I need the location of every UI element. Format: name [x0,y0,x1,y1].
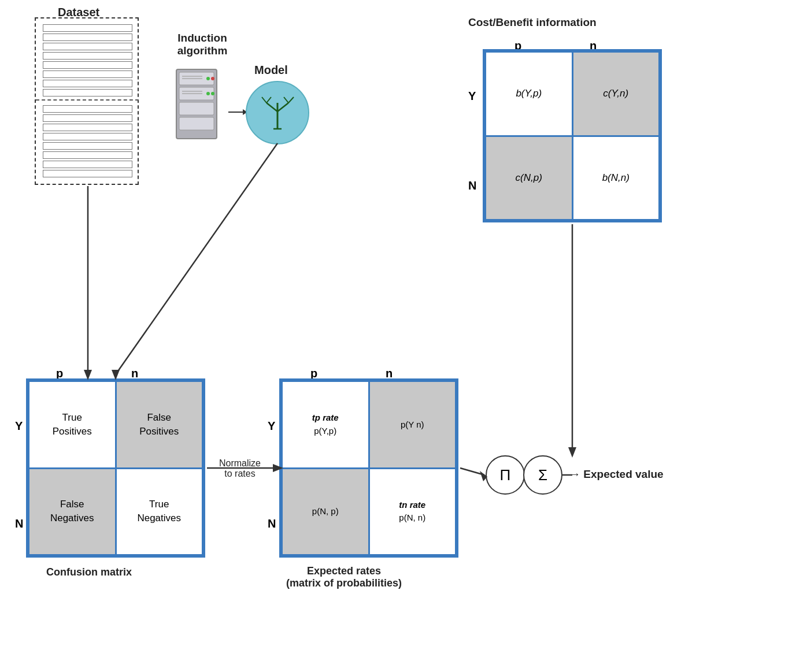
model-label: Model [254,64,288,77]
svg-line-19 [288,97,294,103]
svg-line-28 [460,468,484,475]
diagram-container: Dataset Inductionalgorithm [0,0,807,672]
svg-marker-31 [568,447,576,458]
cb-row-y-header: Y [468,90,476,103]
svg-point-8 [211,92,214,95]
sigma-operator: Σ [523,455,562,495]
svg-point-7 [206,92,210,95]
pi-operator: Π [486,455,525,495]
svg-line-16 [262,97,266,103]
confusion-matrix-label: Confusion matrix [46,566,132,578]
dataset-box [35,17,139,185]
cost-benefit-label: Cost/Benefit information [468,16,597,29]
expected-value-label: → Expected value [569,468,664,481]
er-row-y-header: Y [268,419,275,433]
er-cell-tn-rate: tn rate p(N, n) [370,469,456,555]
expected-rates-label: Expected rates(matrix of probabilities) [286,565,402,589]
cm-cell-fp: FalsePositives [117,382,202,467]
svg-line-17 [266,97,271,103]
induction-algorithm-label: Inductionalgorithm [168,32,237,57]
cm-row-y-header: Y [15,419,23,433]
cm-row-n-header: N [15,517,23,530]
cb-cell-byp: b(Y,p) [486,53,572,135]
svg-rect-3 [179,102,214,115]
confusion-matrix: TruePositives FalsePositives FalseNegati… [26,378,205,558]
svg-line-18 [284,97,288,103]
er-cell-pnp: p(N, p) [283,469,368,555]
cb-cell-cyn: c(Y,n) [573,53,659,135]
cm-cell-tp: TruePositives [29,382,115,467]
er-cell-pyn: p(Y n) [370,382,456,467]
er-row-n-header: N [268,517,276,530]
server-icon [165,66,228,142]
cb-cell-bnn: b(N,n) [573,137,659,220]
cm-cell-fn: FalseNegatives [29,469,115,555]
expected-rates-matrix: tp rate p(Y,p) p(Y n) p(N, p) tn rate p(… [279,378,458,558]
svg-rect-4 [179,117,214,130]
svg-line-24 [116,143,277,374]
normalize-label: Normalizeto rates [208,458,272,479]
svg-line-15 [277,103,288,112]
cm-cell-tn: TrueNegatives [117,469,202,555]
cb-cell-cnp: c(N,p) [486,137,572,220]
cost-benefit-matrix: b(Y,p) c(Y,n) c(N,p) b(N,n) [483,49,662,222]
model-circle [246,81,309,144]
svg-line-14 [266,103,277,112]
cb-row-n-header: N [468,179,476,192]
er-cell-tp-rate: tp rate p(Y,p) [283,382,368,467]
svg-point-6 [211,77,214,80]
arrow-server-to-model [228,112,247,113]
svg-point-5 [206,77,210,80]
